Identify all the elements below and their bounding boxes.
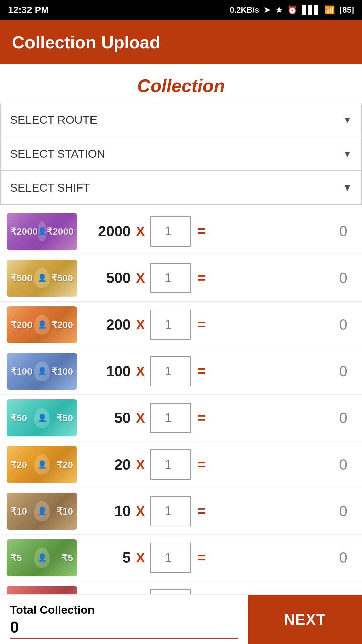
table-row: ₹5 👤 ₹5 5 X = 0	[0, 535, 362, 581]
equals-symbol-6: =	[197, 503, 206, 520]
denom-2000: 2000	[77, 223, 131, 240]
alarm-icon: ⏰	[287, 5, 297, 15]
equals-symbol-0: =	[197, 223, 206, 240]
note-500-image: ₹500 👤 ₹500	[7, 260, 77, 297]
multiply-symbol-1: X	[136, 271, 145, 286]
equals-symbol-1: =	[197, 270, 206, 286]
select-station-dropdown[interactable]: SELECT STATION ▼	[0, 137, 362, 171]
quantity-input-200[interactable]	[150, 310, 191, 340]
note-100-image: ₹100 👤 ₹100	[7, 353, 77, 390]
status-bar: 12:32 PM 0.2KB/s ➤ ★ ⏰ ▋▋▋ 📶 [85]	[0, 0, 362, 20]
quantity-input-500[interactable]	[150, 263, 191, 293]
result-500: 0	[213, 270, 355, 286]
quantity-input-20[interactable]	[150, 449, 191, 480]
total-collection-label: Total Collection	[10, 603, 238, 616]
note-200-image: ₹200 👤 ₹200	[7, 306, 77, 343]
quantity-input-2000[interactable]	[150, 216, 191, 247]
denom-500: 500	[77, 270, 131, 286]
route-arrow-icon: ▼	[343, 115, 352, 125]
note-50-image: ₹50 👤 ₹50	[7, 399, 77, 436]
result-2000: 0	[213, 223, 355, 240]
status-time: 12:32 PM	[8, 5, 49, 15]
station-arrow-icon: ▼	[343, 149, 352, 159]
signal-icon: ▋▋▋	[302, 5, 320, 15]
multiply-symbol-6: X	[136, 504, 145, 519]
multiply-symbol-5: X	[136, 457, 145, 472]
quantity-input-100[interactable]	[150, 356, 191, 386]
table-row: ₹100 👤 ₹100 100 X = 0	[0, 348, 362, 395]
table-row: ₹50 👤 ₹50 50 X = 0	[0, 395, 362, 441]
equals-symbol-2: =	[197, 316, 206, 333]
select-route-label: SELECT ROUTE	[10, 113, 97, 126]
quantity-input-50[interactable]	[150, 403, 191, 433]
denom-20: 20	[77, 456, 131, 473]
result-5: 0	[213, 549, 355, 566]
shift-arrow-icon: ▼	[343, 182, 352, 193]
table-row: ₹500 👤 ₹500 500 X = 0	[0, 255, 362, 302]
equals-symbol-4: =	[197, 410, 206, 426]
network-speed: 0.2KB/s	[230, 5, 259, 15]
dropdowns-container: SELECT ROUTE ▼ SELECT STATION ▼ SELECT S…	[0, 103, 362, 205]
currency-section: ₹2000 👤 ₹2000 2000 X = 0 ₹500 👤 ₹500 500…	[0, 205, 362, 644]
app-header: Collection Upload	[0, 20, 362, 64]
equals-symbol-3: =	[197, 363, 206, 380]
equals-symbol-7: =	[197, 549, 206, 566]
app-title: Collection Upload	[12, 33, 160, 52]
total-collection-value: 0	[10, 618, 238, 639]
select-station-label: SELECT STATION	[10, 147, 105, 160]
denom-5: 5	[77, 549, 131, 566]
result-20: 0	[213, 456, 355, 473]
next-button[interactable]: NEXT	[248, 595, 362, 644]
equals-symbol-5: =	[197, 456, 206, 473]
note-10-image: ₹10 👤 ₹10	[7, 493, 77, 530]
status-icons: 0.2KB/s ➤ ★ ⏰ ▋▋▋ 📶 [85]	[230, 5, 354, 15]
location-icon: ➤	[264, 5, 270, 15]
battery-icon: [85]	[340, 5, 354, 15]
note-20-image: ₹20 👤 ₹20	[7, 446, 77, 483]
denom-100: 100	[77, 363, 131, 380]
denom-10: 10	[77, 503, 131, 520]
bluetooth-icon: ★	[275, 5, 283, 15]
quantity-input-10[interactable]	[150, 496, 191, 526]
multiply-symbol-4: X	[136, 411, 145, 426]
denom-200: 200	[77, 316, 131, 333]
table-row: ₹200 👤 ₹200 200 X = 0	[0, 302, 362, 348]
table-row: ₹2000 👤 ₹2000 2000 X = 0	[0, 208, 362, 255]
multiply-symbol-7: X	[136, 550, 145, 566]
table-row: ₹10 👤 ₹10 10 X = 0	[0, 488, 362, 535]
multiply-symbol-2: X	[136, 317, 145, 332]
table-row: ₹20 👤 ₹20 20 X = 0	[0, 441, 362, 488]
wifi-icon: 📶	[325, 5, 335, 15]
total-collection-panel: Total Collection 0	[0, 595, 248, 644]
result-10: 0	[213, 503, 355, 520]
multiply-symbol-3: X	[136, 364, 145, 379]
bottom-bar: Total Collection 0 NEXT	[0, 594, 362, 644]
result-50: 0	[213, 410, 355, 426]
quantity-input-5[interactable]	[150, 543, 191, 573]
note-5-image: ₹5 👤 ₹5	[7, 539, 77, 576]
section-title: Collection	[0, 64, 362, 103]
multiply-symbol-0: X	[136, 224, 145, 239]
note-2000-image: ₹2000 👤 ₹2000	[7, 213, 77, 250]
result-200: 0	[213, 316, 355, 333]
select-shift-label: SELECT SHIFT	[10, 181, 90, 194]
denom-50: 50	[77, 410, 131, 426]
select-shift-dropdown[interactable]: SELECT SHIFT ▼	[0, 171, 362, 205]
result-100: 0	[213, 363, 355, 380]
select-route-dropdown[interactable]: SELECT ROUTE ▼	[0, 103, 362, 137]
